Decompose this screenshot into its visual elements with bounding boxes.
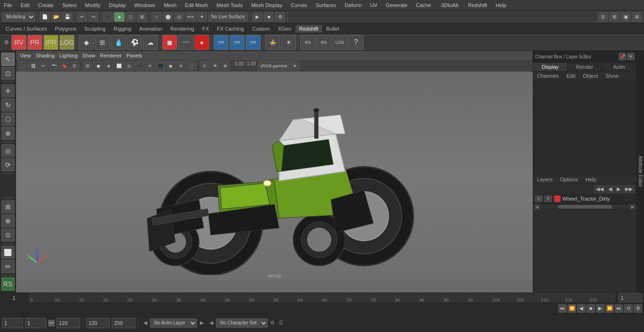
vp-image-plane-button[interactable]: 🖼 bbox=[28, 61, 38, 71]
menu-edit[interactable]: Edit bbox=[19, 1, 32, 9]
vp-resolution-gate-button[interactable]: ⊡ bbox=[70, 61, 79, 71]
vp-isolate-button[interactable]: ⊙ bbox=[200, 61, 209, 71]
rs-icon-sun[interactable]: ☀ bbox=[281, 35, 296, 50]
rs-icon-pr3[interactable]: PR bbox=[246, 35, 261, 50]
snap-point-button[interactable]: ⊙ bbox=[1, 228, 15, 242]
rp-subtab-show[interactable]: Show bbox=[602, 72, 622, 80]
rp-tab-display[interactable]: Display bbox=[533, 63, 568, 71]
shelf-tab-fx-caching[interactable]: FX Caching bbox=[213, 25, 248, 32]
rs-icon-diamond[interactable]: ◆ bbox=[79, 35, 94, 50]
render-region-button[interactable]: ⬜ bbox=[1, 246, 15, 259]
vp-lighting-button[interactable]: ☀ bbox=[145, 61, 155, 71]
rs-icon-log2[interactable]: LOG bbox=[332, 35, 347, 50]
rs-icon-rv[interactable]: RV bbox=[11, 35, 26, 50]
shelf-tab-bullet[interactable]: Bullet bbox=[322, 25, 343, 32]
rs-icon-bowl[interactable]: 🍲 bbox=[265, 35, 280, 50]
rs-icon-red-box[interactable]: ◼ bbox=[162, 35, 177, 50]
max-frame-input[interactable] bbox=[112, 318, 135, 328]
viewport-menu-show[interactable]: Show bbox=[83, 53, 96, 58]
right-panel-pin-button[interactable]: 📌 bbox=[619, 53, 626, 60]
menu-mesh-display[interactable]: Mesh Display bbox=[249, 1, 284, 9]
menu-edit-mesh[interactable]: Edit Mesh bbox=[183, 1, 210, 9]
lasso-tool-button[interactable]: ⊡ bbox=[1, 67, 15, 80]
vp-smooth-shade-button[interactable]: ◼ bbox=[93, 61, 103, 71]
vp-camera-button[interactable]: 🎥 bbox=[18, 61, 27, 71]
soft-select-tool-button[interactable]: ◎ bbox=[1, 144, 15, 157]
show-manip-button[interactable]: ⟳ bbox=[1, 158, 15, 171]
soft-select-button[interactable]: ◎ bbox=[174, 12, 184, 22]
open-scene-button[interactable]: 📂 bbox=[51, 12, 61, 22]
select-tool-button[interactable]: ↖ bbox=[1, 53, 15, 66]
shelf-tab-sculpting[interactable]: Sculpting bbox=[81, 25, 109, 32]
menu-uv[interactable]: UV bbox=[368, 1, 379, 9]
rs-icon-cloud[interactable]: ☁ bbox=[143, 35, 158, 50]
render-settings-button[interactable]: ⚙ bbox=[275, 12, 285, 22]
char-set-arrow-left[interactable]: ◀ bbox=[207, 319, 215, 327]
symmetry-button[interactable]: ⟺ bbox=[185, 12, 196, 22]
layer-scrollbar[interactable]: ◀ ▶ bbox=[533, 204, 636, 210]
anim-layer-arrow-left[interactable]: ◀ bbox=[141, 319, 149, 327]
select-by-hierarchy-button[interactable]: ⬛ bbox=[103, 12, 113, 22]
scale-tool-button[interactable]: ⬡ bbox=[1, 113, 15, 126]
rs-icon-grid[interactable]: ⊞ bbox=[95, 35, 110, 50]
layer-btn-prev[interactable]: ◀ bbox=[606, 185, 614, 193]
menu-help[interactable]: Help bbox=[494, 1, 508, 9]
vp-hide-sel-button[interactable]: 👁 bbox=[210, 61, 220, 71]
vp-bounding-box-button[interactable]: ⬜ bbox=[114, 61, 124, 71]
rp-subtab-object[interactable]: Object bbox=[579, 72, 602, 80]
shelf-tab-xgen[interactable]: XGen bbox=[274, 25, 295, 32]
loop-button[interactable]: ↺ bbox=[624, 304, 633, 313]
goto-start-button[interactable]: ⏮ bbox=[558, 304, 567, 313]
lasso-select-button[interactable]: ○ bbox=[151, 12, 162, 22]
vp-texture-button[interactable]: ⬛ bbox=[135, 61, 144, 71]
menu-cache[interactable]: Cache bbox=[414, 1, 433, 9]
layout-button-3[interactable]: ▣ bbox=[620, 12, 631, 22]
rs-icon-pr1[interactable]: PR bbox=[214, 35, 229, 50]
rs-icon-log[interactable]: LOG bbox=[59, 35, 74, 50]
rotate-tool-button[interactable]: ↻ bbox=[1, 98, 15, 112]
menu-modify[interactable]: Modify bbox=[83, 1, 102, 9]
scene-area[interactable]: X Y Z persp bbox=[16, 72, 533, 280]
menu-mesh[interactable]: Mesh bbox=[162, 1, 178, 9]
layer-color-swatch[interactable] bbox=[554, 195, 561, 202]
attribute-editor-tab[interactable]: Attribute Editor bbox=[636, 51, 644, 292]
vp-motion-blur-button[interactable]: ≋ bbox=[176, 61, 186, 71]
vp-dof-button[interactable]: ◌ bbox=[187, 61, 196, 71]
menu-display[interactable]: Display bbox=[107, 1, 128, 9]
mode-selector[interactable]: Modeling bbox=[2, 12, 35, 22]
universal-manip-button[interactable]: ⊕ bbox=[1, 127, 15, 140]
vp-ao-button[interactable]: ◉ bbox=[166, 61, 175, 71]
playback-options-button[interactable]: ⚙ bbox=[634, 304, 642, 313]
shelf-tab-rigging[interactable]: Rigging bbox=[110, 25, 135, 32]
right-panel-close-button[interactable]: ✕ bbox=[627, 53, 635, 60]
shelf-tab-redshift[interactable]: Redshift bbox=[296, 25, 322, 32]
live-surface-button[interactable]: No Live Surface bbox=[208, 12, 248, 22]
scrollbar-track[interactable] bbox=[540, 205, 630, 209]
vp-undo-camera-button[interactable]: ↩ bbox=[39, 61, 48, 71]
char-set-menu-icon[interactable]: ☰ bbox=[277, 319, 285, 327]
menu-deform[interactable]: Deform bbox=[343, 1, 363, 9]
layer-subtab-layers[interactable]: Layers bbox=[533, 175, 556, 184]
paint-effects-button[interactable]: ✏ bbox=[1, 260, 15, 273]
viewport-menu-panels[interactable]: Panels bbox=[126, 53, 142, 58]
rp-subtab-edit[interactable]: Edit bbox=[562, 72, 579, 80]
layer-playback-button[interactable]: P bbox=[545, 195, 552, 202]
menu-windows[interactable]: Windows bbox=[132, 1, 157, 9]
ipr-button[interactable]: ■ bbox=[264, 12, 274, 22]
layer-btn-prev-prev[interactable]: ◀◀ bbox=[594, 185, 605, 193]
rs-icon-sphere[interactable]: ⚽ bbox=[127, 35, 142, 50]
rs-icon-pr2[interactable]: PR bbox=[230, 35, 245, 50]
menu-3dtoall[interactable]: -3DtoAll- bbox=[438, 1, 462, 9]
vp-colorspace-btn[interactable]: sRGB gamma bbox=[258, 61, 289, 71]
display-layer-button[interactable]: RS bbox=[1, 277, 15, 291]
scrollbar-thumb[interactable] bbox=[558, 205, 612, 209]
rp-tab-anim[interactable]: Anim bbox=[602, 63, 636, 71]
menu-generate[interactable]: Generate bbox=[384, 1, 409, 9]
menu-redshift[interactable]: Redshift bbox=[466, 1, 489, 9]
char-set-select[interactable]: No Character Set bbox=[216, 318, 268, 328]
layout-button-1[interactable]: ⊟ bbox=[598, 12, 608, 22]
layer-visibility-button[interactable]: V bbox=[535, 195, 543, 202]
move-tool-button[interactable]: ✛ bbox=[1, 84, 15, 97]
select-by-component-button[interactable]: ◈ bbox=[114, 12, 124, 22]
shelf-tab-curves-surfaces[interactable]: Curves / Surfaces bbox=[2, 25, 50, 32]
